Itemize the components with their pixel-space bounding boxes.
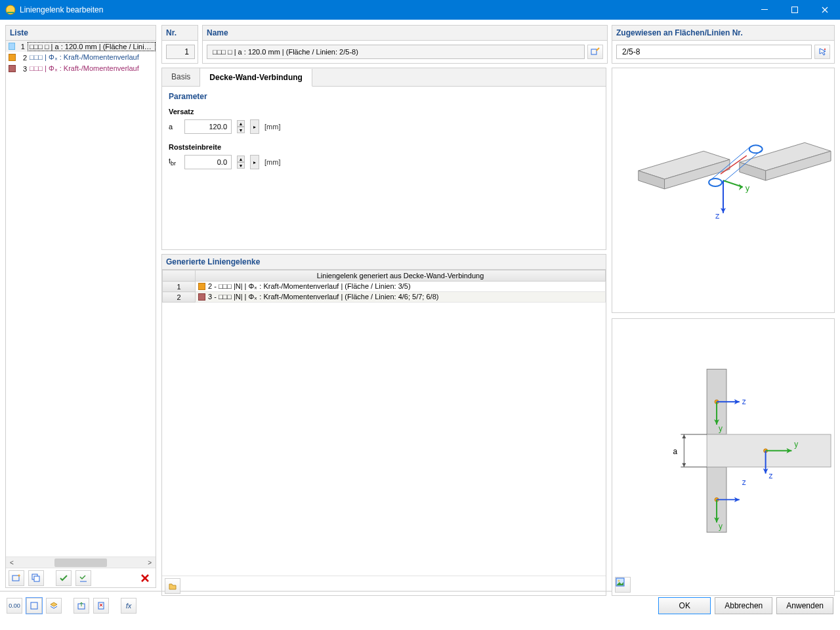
table-row[interactable]: 1 2 - □□□ |N| | Φₓ : Kraft-/Momentenverl… xyxy=(163,282,606,292)
assign-input[interactable] xyxy=(616,45,812,59)
dim-a-label: a xyxy=(673,447,677,456)
color-swatch-icon xyxy=(9,54,16,61)
nr-input[interactable] xyxy=(166,45,195,59)
list-item-text: □□□ | Φₓ : Kraft-/Momentenverlauf xyxy=(30,64,139,73)
list-item-text: □□□ | Φₓ : Kraft-/Momentenverlauf xyxy=(30,53,139,62)
svg-text:z: z xyxy=(742,477,746,486)
pick-icon xyxy=(818,47,827,56)
color-swatch-icon xyxy=(9,43,15,50)
tbr-spinner[interactable]: ▲▼ xyxy=(237,156,245,169)
a-label: a xyxy=(169,123,179,131)
view-button[interactable] xyxy=(26,598,42,614)
tab-decke-wand-verbindung[interactable]: Decke-Wand-Verbindung xyxy=(200,69,312,87)
check-icon xyxy=(59,574,68,583)
svg-rect-7 xyxy=(591,49,597,54)
row-text: 3 - □□□ |N| | Φₓ : Kraft-/Momentenverlau… xyxy=(208,293,438,301)
svg-rect-2 xyxy=(761,9,768,10)
name-field[interactable]: □□□ □ | a : 120.0 mm | (Fläche / Linien:… xyxy=(207,45,585,59)
table-row[interactable]: 2 3 - □□□ |N| | Φₓ : Kraft-/Momentenverl… xyxy=(163,292,606,303)
svg-rect-1 xyxy=(7,12,14,13)
list-body[interactable]: 1 □□□ □ | a : 120.0 mm | (Fläche / Linie… xyxy=(6,41,156,556)
tbr-input[interactable] xyxy=(184,155,232,169)
list-item[interactable]: 3 □□□ | Φₓ : Kraft-/Momentenverlauf xyxy=(6,63,156,74)
diagram-3d: y z xyxy=(612,68,835,313)
a-unit: [mm] xyxy=(264,123,280,131)
export-icon xyxy=(77,601,86,610)
new-icon xyxy=(12,574,21,583)
maximize-button[interactable] xyxy=(780,0,810,20)
versatz-label: Versatz xyxy=(169,108,599,116)
pick-button[interactable] xyxy=(814,45,830,59)
close-button[interactable] xyxy=(810,0,840,20)
a-input[interactable] xyxy=(184,119,232,134)
title-bar: Liniengelenk bearbeiten xyxy=(0,0,840,20)
svg-point-35 xyxy=(618,580,620,582)
chevron-up-icon: ▲ xyxy=(237,120,245,127)
list-header: Liste xyxy=(6,26,156,41)
minimize-button[interactable] xyxy=(749,0,780,20)
row-num: 2 xyxy=(163,292,196,303)
rost-label: Roststeinbreite xyxy=(169,143,599,151)
color-swatch-icon xyxy=(198,293,205,301)
color-swatch-icon xyxy=(198,283,205,290)
list-panel: Liste 1 □□□ □ | a : 120.0 mm | (Fläche /… xyxy=(5,25,156,588)
check-green-button[interactable] xyxy=(75,570,91,586)
delete-entry-button[interactable] xyxy=(93,598,109,614)
list-item-num: 3 xyxy=(19,65,27,73)
check-arrow-icon xyxy=(79,574,88,583)
fx-icon: fx xyxy=(126,602,132,610)
list-item-num: 2 xyxy=(19,54,27,62)
delete-button[interactable] xyxy=(137,570,153,586)
layers-button[interactable] xyxy=(46,598,62,614)
tbr-arrow-button[interactable]: ▸ xyxy=(250,155,259,169)
tbr-label: tbr xyxy=(169,157,179,167)
export-button[interactable] xyxy=(74,598,89,614)
a-arrow-button[interactable]: ▸ xyxy=(250,119,259,134)
square-icon xyxy=(30,601,39,610)
axis-y-label: y xyxy=(746,183,750,193)
new-item-button[interactable] xyxy=(9,570,24,586)
svg-text:z: z xyxy=(742,397,746,406)
svg-rect-6 xyxy=(34,576,39,581)
window-title: Liniengelenk bearbeiten xyxy=(20,5,749,14)
copy-item-button[interactable] xyxy=(28,570,44,586)
a-spinner[interactable]: ▲▼ xyxy=(237,120,245,133)
gen-tool-button[interactable] xyxy=(165,578,180,594)
list-item[interactable]: 1 □□□ □ | a : 120.0 mm | (Fläche / Linie… xyxy=(6,41,156,52)
function-button[interactable]: fx xyxy=(121,598,136,614)
color-swatch-icon xyxy=(9,65,16,72)
tabs-region: Basis Decke-Wand-Verbindung Parameter Ve… xyxy=(161,68,606,250)
svg-rect-36 xyxy=(31,602,37,609)
cancel-button[interactable]: Abbrechen xyxy=(715,597,772,614)
horizontal-scrollbar[interactable]: <> xyxy=(6,556,156,568)
svg-point-8 xyxy=(824,49,826,50)
rename-button[interactable] xyxy=(587,45,603,59)
svg-text:y: y xyxy=(794,440,798,449)
svg-rect-3 xyxy=(792,7,798,13)
app-icon xyxy=(5,5,16,15)
list-item[interactable]: 2 □□□ | Φₓ : Kraft-/Momentenverlauf xyxy=(6,52,156,63)
folder-icon xyxy=(168,581,177,591)
nr-header: Nr. xyxy=(162,26,198,41)
units-icon: 0.00 xyxy=(9,602,20,609)
nr-cell: Nr. xyxy=(161,25,198,64)
ok-button[interactable]: OK xyxy=(658,597,711,614)
row-num: 1 xyxy=(163,282,196,292)
apply-button[interactable]: Anwenden xyxy=(776,597,833,614)
tab-basis[interactable]: Basis xyxy=(162,68,200,86)
svg-point-10 xyxy=(749,145,763,153)
svg-rect-4 xyxy=(12,576,19,581)
check-all-button[interactable] xyxy=(56,570,72,586)
list-item-text: □□□ □ | a : 120.0 mm | (Fläche / Linien:… xyxy=(28,42,156,51)
diagram-2d: a y z y z y xyxy=(612,318,835,597)
name-value: □□□ □ | a : 120.0 mm | (Fläche / Linien:… xyxy=(213,48,358,56)
svg-text:y: y xyxy=(719,522,723,531)
row-text: 2 - □□□ |N| | Φₓ : Kraft-/Momentenverlau… xyxy=(208,282,411,290)
chevron-down-icon: ▼ xyxy=(237,162,245,169)
parameter-title: Parameter xyxy=(169,92,599,101)
units-button[interactable]: 0.00 xyxy=(7,598,22,614)
diagram-tool-button[interactable] xyxy=(615,577,631,593)
assign-cell: Zugewiesen an Flächen/Linien Nr. xyxy=(612,25,835,64)
list-item-num: 1 xyxy=(18,43,25,51)
generated-table[interactable]: Liniengelenk generiert aus Decke-Wand-Ve… xyxy=(162,270,606,303)
